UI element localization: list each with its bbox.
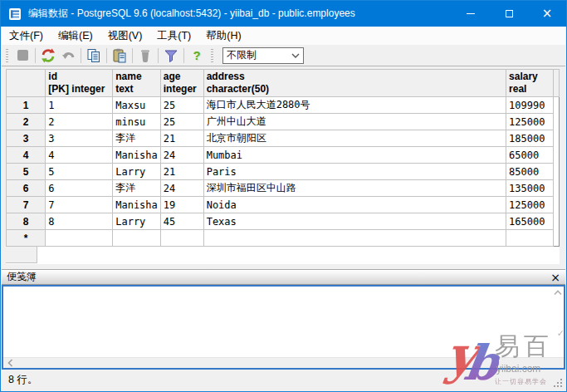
window-title: 编辑数据 - PostgreSQL 9.6 (localhost:5432) -…	[28, 7, 355, 21]
minimize-icon	[467, 13, 475, 14]
cell-age[interactable]: 25	[160, 97, 203, 114]
cell-age[interactable]: 21	[160, 164, 203, 180]
cell-address[interactable]: Mumbai	[203, 147, 506, 164]
row-limit-value: 不限制	[227, 48, 257, 62]
cell-name[interactable]	[113, 230, 161, 247]
cell-age[interactable]: 19	[160, 197, 203, 213]
cell-address[interactable]	[203, 230, 506, 247]
cell-filler	[553, 197, 559, 213]
cell-address[interactable]: 深圳市福田区中山路	[203, 180, 506, 197]
cell-name[interactable]: minsu	[113, 114, 161, 130]
row-number[interactable]: 6	[7, 180, 46, 197]
cell-id[interactable]: 4	[46, 147, 113, 164]
scratchpad-close-icon[interactable]: ×	[550, 272, 560, 283]
cell-salary[interactable]: 125000	[506, 114, 554, 130]
cell-id[interactable]: 2	[46, 114, 113, 130]
cell-age[interactable]: 45	[160, 213, 203, 230]
menu-view[interactable]: 视图(V)	[100, 27, 150, 46]
cell-address[interactable]: 北京市朝阳区	[203, 130, 506, 147]
row-number[interactable]: 8	[7, 213, 46, 230]
cell-name[interactable]: Manisha	[113, 147, 161, 164]
scratchpad-title: 便笺簿	[7, 270, 37, 284]
cell-id[interactable]: 6	[46, 180, 113, 197]
col-header-salary[interactable]: salary real	[506, 70, 554, 97]
delete-icon	[138, 48, 153, 63]
data-grid: id [PK] integer name text age integer ad…	[6, 69, 560, 264]
row-number[interactable]: 1	[7, 97, 46, 114]
cell-salary[interactable]	[506, 230, 554, 247]
cell-salary[interactable]: 165000	[506, 213, 554, 230]
row-limit-dropdown[interactable]: 不限制	[222, 47, 304, 64]
cell-age[interactable]: 21	[160, 130, 203, 147]
cell-id[interactable]: 7	[46, 197, 113, 213]
menu-file[interactable]: 文件(F)	[2, 27, 51, 46]
cell-age[interactable]: 24	[160, 180, 203, 197]
col-header-id[interactable]: id [PK] integer	[46, 70, 113, 97]
toolbar-separator	[132, 48, 133, 63]
cell-address[interactable]: 广州中山大道	[203, 114, 506, 130]
cell-salary[interactable]: 185000	[506, 130, 554, 147]
toolbar-grip[interactable]	[6, 49, 8, 62]
cell-id[interactable]: 5	[46, 164, 113, 180]
cell-salary[interactable]: 65000	[506, 147, 554, 164]
scroll-up-icon[interactable]	[554, 290, 562, 296]
row-number[interactable]: 5	[7, 164, 46, 180]
save-icon	[17, 50, 28, 61]
row-number[interactable]: 4	[7, 147, 46, 164]
cell-salary[interactable]: 125000	[506, 197, 554, 213]
cell-name[interactable]: Larry	[113, 213, 161, 230]
row-number[interactable]: 2	[7, 114, 46, 130]
table-row: 6 6 李洋 24 深圳市福田区中山路 135000	[7, 180, 560, 197]
horizontal-scrollbar[interactable]	[3, 357, 564, 368]
maximize-icon	[506, 10, 513, 17]
cell-address[interactable]: Paris	[203, 164, 506, 180]
row-number[interactable]: 3	[7, 130, 46, 147]
cell-filler	[553, 97, 559, 114]
delete-button[interactable]	[135, 47, 155, 65]
filter-button[interactable]	[161, 47, 181, 65]
cell-salary[interactable]: 85000	[506, 164, 554, 180]
paste-button[interactable]	[110, 47, 130, 65]
scroll-left-icon[interactable]	[7, 359, 13, 367]
table-row: 3 3 李洋 21 北京市朝阳区 185000	[7, 130, 560, 147]
close-button[interactable]: ×	[528, 1, 566, 27]
cell-id[interactable]: 3	[46, 130, 113, 147]
cell-salary[interactable]: 109990	[506, 97, 554, 114]
copy-button[interactable]	[84, 47, 104, 65]
cell-address[interactable]: 海口市人民大道2880号	[203, 97, 506, 114]
cell-name[interactable]: 李洋	[113, 180, 161, 197]
menu-tools[interactable]: 工具(T)	[149, 27, 198, 46]
scratchpad-input[interactable]	[3, 287, 552, 356]
col-header-rownum[interactable]	[7, 70, 46, 97]
undo-button[interactable]	[58, 47, 78, 65]
chevron-down-icon	[291, 53, 300, 58]
cell-address[interactable]: Noida	[203, 197, 506, 213]
resize-grip-icon[interactable]	[553, 378, 563, 388]
menu-help[interactable]: 帮助(H)	[198, 27, 248, 46]
col-header-age[interactable]: age integer	[160, 70, 203, 97]
cell-address[interactable]: Texas	[203, 213, 506, 230]
col-header-address[interactable]: address character(50)	[203, 70, 506, 97]
cell-age[interactable]: 25	[160, 114, 203, 130]
cell-id[interactable]: 1	[46, 97, 113, 114]
cell-name[interactable]: Maxsu	[113, 97, 161, 114]
col-header-name[interactable]: name text	[113, 70, 161, 97]
toolbar-grip[interactable]	[211, 49, 213, 62]
cell-name[interactable]: Larry	[113, 164, 161, 180]
cell-name[interactable]: 李洋	[113, 130, 161, 147]
cell-id[interactable]	[46, 230, 113, 247]
cell-age[interactable]: 24	[160, 147, 203, 164]
cell-age[interactable]	[160, 230, 203, 247]
refresh-button[interactable]	[38, 47, 58, 65]
row-number[interactable]: *	[7, 230, 46, 247]
row-number[interactable]: 7	[7, 197, 46, 213]
cell-id[interactable]: 8	[46, 213, 113, 230]
menu-edit[interactable]: 编辑(E)	[51, 27, 100, 46]
help-icon: ?	[193, 48, 200, 62]
help-button[interactable]: ?	[187, 47, 207, 65]
save-button[interactable]	[12, 47, 32, 65]
minimize-button[interactable]	[452, 1, 490, 27]
cell-name[interactable]: Manisha	[113, 197, 161, 213]
maximize-button[interactable]	[490, 1, 528, 27]
cell-salary[interactable]: 135000	[506, 180, 554, 197]
